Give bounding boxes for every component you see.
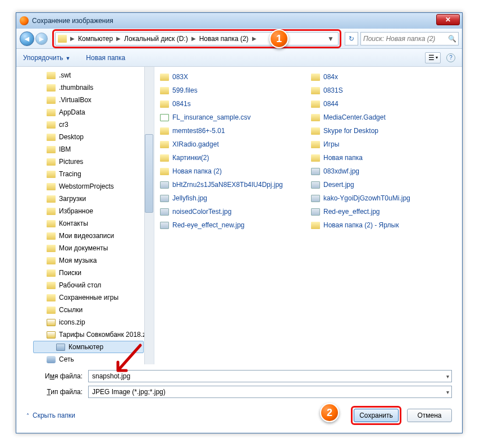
file-item[interactable]: Картинки(2): [160, 152, 305, 163]
tree-item-label: icons.zip: [59, 318, 85, 326]
back-button[interactable]: ◄: [20, 31, 34, 46]
tree-item-label: Поиски: [59, 269, 81, 277]
tree-item[interactable]: .thumbnails: [16, 81, 154, 94]
chevron-right-icon[interactable]: ▶: [189, 35, 198, 42]
folder-icon: [47, 195, 56, 203]
tree-item[interactable]: Рабочий стол: [16, 279, 154, 291]
folder-icon: [58, 35, 67, 43]
folder-tree[interactable]: .swt.thumbnails.VirtualBoxAppDatacr3Desk…: [16, 67, 154, 364]
cancel-button[interactable]: Отмена: [407, 409, 452, 422]
tree-item[interactable]: Сохраненные игры: [16, 291, 154, 304]
file-item[interactable]: Jellyfish.jpg: [160, 193, 305, 204]
tree-item[interactable]: Мои видеозаписи: [16, 230, 154, 242]
file-item[interactable]: Skype for Desktop: [311, 125, 456, 136]
folder-icon: [311, 114, 320, 121]
chevron-right-icon[interactable]: ▶: [114, 35, 123, 42]
hide-folders-link[interactable]: ˄ Скрыть папки: [26, 412, 75, 419]
search-icon: 🔍: [448, 35, 456, 43]
file-item[interactable]: kako-YgoiDjGzowhT0uMi.jpg: [311, 193, 456, 204]
view-options-button[interactable]: ☰▾: [425, 52, 441, 63]
tree-item[interactable]: icons.zip: [16, 316, 154, 328]
file-item[interactable]: 0831S: [311, 85, 456, 96]
crumb-computer[interactable]: Компьютер: [78, 35, 113, 43]
file-item[interactable]: 0844: [311, 98, 456, 109]
tree-item[interactable]: AppData: [16, 106, 154, 118]
tree-item[interactable]: Мои документы: [16, 242, 154, 254]
file-item[interactable]: Новая папка: [311, 152, 456, 163]
close-button[interactable]: ✕: [436, 14, 460, 25]
file-label: Jellyfish.jpg: [172, 194, 207, 202]
tree-item[interactable]: .swt: [16, 69, 154, 81]
filetype-select[interactable]: JPEG Image (*.jpg;*.jpg) ▾: [88, 386, 452, 398]
tree-item[interactable]: Избранное: [16, 205, 154, 217]
file-item[interactable]: memtest86+-5.01: [160, 125, 305, 136]
tree-item[interactable]: IBM: [16, 143, 154, 156]
tree-item[interactable]: Контакты: [16, 217, 154, 230]
file-item[interactable]: Red-eye_effect_new.jpg: [160, 220, 305, 231]
file-item[interactable]: XIRadio.gadget: [160, 139, 305, 150]
file-item[interactable]: Новая папка (2): [160, 166, 305, 177]
tree-item-label: Моя музыка: [59, 257, 97, 264]
tree-item[interactable]: Поиски: [16, 267, 154, 279]
jpg-icon: [160, 222, 169, 229]
search-box[interactable]: 🔍: [360, 32, 459, 45]
highlight-1: ▶ Компьютер ▶ Локальный диск (D:) ▶ Нова…: [52, 29, 341, 48]
forward-button[interactable]: ►: [35, 33, 48, 45]
crumb-disk[interactable]: Локальный диск (D:): [124, 35, 188, 43]
address-bar[interactable]: ▶ Компьютер ▶ Локальный диск (D:) ▶ Нова…: [55, 32, 339, 45]
tree-item[interactable]: Desktop: [16, 131, 154, 143]
file-item[interactable]: Игры: [311, 139, 456, 150]
file-item[interactable]: 083X: [160, 71, 305, 83]
tree-item[interactable]: Tracing: [16, 168, 154, 180]
new-folder-button[interactable]: Новая папка: [86, 54, 125, 62]
address-dropdown[interactable]: ▼: [326, 35, 336, 43]
file-item[interactable]: 0841s: [160, 98, 305, 109]
folder-icon: [47, 307, 56, 314]
file-item[interactable]: noisedColorTest.jpg: [160, 206, 305, 217]
folder-icon: [47, 183, 56, 190]
file-item[interactable]: Red-eye_effect.jpg: [311, 206, 456, 217]
save-button[interactable]: Сохранить: [354, 409, 399, 422]
file-item[interactable]: 599.files: [160, 85, 305, 96]
file-item[interactable]: Новая папка (2) - Ярлык: [311, 220, 456, 231]
annotation-badge-2: 2: [320, 403, 339, 422]
tree-item[interactable]: Pictures: [16, 156, 154, 168]
folder-icon: [47, 109, 56, 116]
chevron-right-icon[interactable]: ▶: [250, 35, 259, 42]
chevron-down-icon[interactable]: ▾: [446, 389, 449, 395]
folder-icon: [160, 141, 169, 148]
file-pane[interactable]: 083X599.files0841sFL_insurance_sample.cs…: [154, 67, 462, 364]
folder-icon: [47, 97, 56, 104]
tree-item[interactable]: .VirtualBox: [16, 94, 154, 106]
refresh-button[interactable]: ↻: [345, 32, 358, 45]
titlebar[interactable]: Сохранение изображения ✕: [16, 13, 462, 29]
scrollbar-thumb[interactable]: [145, 134, 153, 213]
file-item[interactable]: Desert.jpg: [311, 179, 456, 190]
help-button[interactable]: ?: [446, 53, 455, 62]
search-input[interactable]: [363, 35, 448, 43]
file-item[interactable]: 084x: [311, 71, 456, 83]
tree-item-label: Ссылки: [59, 306, 83, 314]
file-item[interactable]: bHtZrnu2s1J5aN8EX8Tb4IU4Dpj.jpg: [160, 179, 305, 190]
fields: Имя файла: snapshot.jpg ▾ Тип файла: JPE…: [16, 364, 462, 404]
tree-item[interactable]: Загрузки: [16, 193, 154, 205]
chevron-down-icon[interactable]: ▾: [446, 373, 449, 380]
dialog-body: .swt.thumbnails.VirtualBoxAppDatacr3Desk…: [16, 67, 462, 364]
file-item[interactable]: FL_insurance_sample.csv: [160, 112, 305, 123]
tree-item-label: Загрузки: [59, 195, 86, 203]
folder-icon: [47, 208, 56, 215]
file-item[interactable]: MediaCenter.Gadget: [311, 112, 456, 123]
tree-scrollbar[interactable]: [144, 67, 154, 364]
organize-menu[interactable]: Упорядочить▼: [23, 54, 70, 62]
tree-item[interactable]: Моя музыка: [16, 254, 154, 267]
file-item[interactable]: 083xdwf.jpg: [311, 166, 456, 177]
firefox-icon: [20, 16, 29, 25]
tree-item[interactable]: Ссылки: [16, 304, 154, 316]
tree-item[interactable]: cr3: [16, 118, 154, 131]
tree-item[interactable]: Тарифы Совкомбанк 2018.zip: [16, 328, 154, 341]
tree-item-label: Сохраненные игры: [59, 294, 118, 301]
file-label: 599.files: [172, 86, 198, 94]
chevron-right-icon[interactable]: ▶: [68, 35, 77, 42]
tree-item[interactable]: WebstormProjects: [16, 180, 154, 193]
crumb-folder[interactable]: Новая папка (2): [199, 35, 249, 43]
